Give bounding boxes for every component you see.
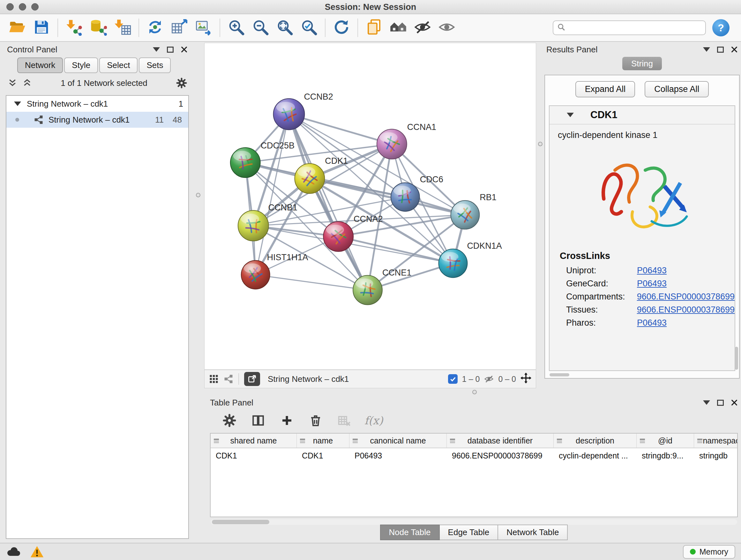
cloud-icon[interactable] <box>6 546 21 557</box>
network-from-selection-button[interactable] <box>143 17 167 39</box>
column-header[interactable]: namespace <box>694 434 738 448</box>
table-options-button[interactable] <box>221 412 238 429</box>
table-row[interactable]: CDK1 CDK1 P06493 9606.ENSP00000378699 cy… <box>211 448 738 463</box>
table-horizontal-scrollbar[interactable] <box>211 519 737 525</box>
zoom-selected-button[interactable] <box>297 17 321 39</box>
network-canvas[interactable]: CCNB2CCNA1CDC25BCDK1CDC6RB1CCNB1CCNA2CDK… <box>204 43 536 370</box>
tab-string[interactable]: String <box>622 57 662 70</box>
tab-select[interactable]: Select <box>99 57 138 73</box>
scrollbar-thumb[interactable] <box>212 520 269 524</box>
network-node-CCNB2[interactable] <box>273 99 305 130</box>
float-panel-icon[interactable] <box>717 400 724 406</box>
crosslink-link[interactable]: P06493 <box>637 266 667 275</box>
network-node-CDC6[interactable] <box>391 183 420 211</box>
tab-node-table[interactable]: Node Table <box>380 524 440 540</box>
zoom-out-button[interactable] <box>248 17 273 39</box>
import-network-database-button[interactable] <box>86 17 111 39</box>
memory-button[interactable]: Memory <box>683 545 735 559</box>
hide-graphics-details-button[interactable] <box>410 17 434 39</box>
panel-menu-icon[interactable] <box>703 400 710 405</box>
save-session-button[interactable] <box>29 17 54 39</box>
collapse-all-button[interactable]: Collapse All <box>645 81 709 98</box>
selected-checkbox-icon[interactable] <box>448 374 458 384</box>
network-node-CDC25B[interactable] <box>230 147 260 178</box>
export-image-button[interactable] <box>192 17 216 39</box>
bottom-splitter-handle[interactable] <box>472 390 477 394</box>
horizontal-scrollbar-thumb[interactable] <box>549 373 569 376</box>
table-cell[interactable]: CDK1 <box>297 451 349 460</box>
network-node-CCNA2[interactable] <box>323 222 353 252</box>
float-panel-icon[interactable] <box>717 47 724 53</box>
table-cell[interactable]: 9606.ENSP00000378699 <box>447 451 554 460</box>
panel-menu-icon[interactable] <box>703 47 710 52</box>
create-column-button[interactable] <box>278 412 295 429</box>
close-window-button[interactable] <box>6 3 14 10</box>
column-header[interactable]: name <box>297 434 349 448</box>
right-splitter-handle[interactable] <box>538 142 542 146</box>
gear-icon[interactable] <box>176 78 187 88</box>
tab-edge-table[interactable]: Edge Table <box>440 524 498 540</box>
network-share-icon[interactable] <box>224 374 233 384</box>
float-panel-icon[interactable] <box>167 47 174 53</box>
zoom-fit-button[interactable] <box>273 17 297 39</box>
panel-menu-icon[interactable] <box>153 47 160 52</box>
close-panel-icon[interactable] <box>731 46 738 53</box>
column-header[interactable]: description <box>554 434 636 448</box>
network-node-RB1[interactable] <box>451 200 480 229</box>
import-network-file-button[interactable] <box>62 17 86 39</box>
column-header[interactable]: canonical name <box>349 434 447 448</box>
left-splitter-handle[interactable] <box>196 193 200 197</box>
fit-crosshair-icon[interactable] <box>521 373 531 385</box>
network-node-CCNB1[interactable] <box>238 210 269 241</box>
table-cell[interactable]: cyclin-dependent ... <box>554 451 636 460</box>
tab-sets[interactable]: Sets <box>139 57 171 73</box>
copy-button[interactable] <box>362 17 386 39</box>
apply-layout-button[interactable] <box>329 17 354 39</box>
tab-style[interactable]: Style <box>64 57 98 73</box>
maximize-window-button[interactable] <box>31 3 39 10</box>
network-graph[interactable]: CCNB2CCNA1CDC25BCDK1CDC6RB1CCNB1CCNA2CDK… <box>205 43 536 369</box>
show-graphics-details-button[interactable] <box>434 17 459 39</box>
crosslink-link[interactable]: P06493 <box>637 318 667 328</box>
import-table-file-button[interactable] <box>111 17 135 39</box>
crosslink-link[interactable]: 9606.ENSP00000378699 <box>637 292 735 302</box>
table-cell[interactable]: stringdb:9... <box>636 451 694 460</box>
expand-all-tree-icon[interactable] <box>8 78 17 88</box>
collapse-all-tree-icon[interactable] <box>22 78 32 88</box>
tab-network[interactable]: Network <box>17 57 63 73</box>
network-node-CCNE1[interactable] <box>353 275 382 305</box>
search-input[interactable] <box>569 23 701 33</box>
table-cell[interactable]: CDK1 <box>211 451 297 460</box>
network-row[interactable]: String Network – cdk1 11 48 <box>6 112 188 128</box>
show-columns-button[interactable] <box>250 412 267 429</box>
network-from-table-button[interactable] <box>167 17 192 39</box>
birds-eye-view-icon[interactable] <box>209 374 219 384</box>
open-session-button[interactable] <box>5 17 29 39</box>
column-header[interactable]: @id <box>636 434 694 448</box>
close-panel-icon[interactable] <box>181 46 188 53</box>
crosslink-link[interactable]: P06493 <box>637 279 667 289</box>
tab-network-table[interactable]: Network Table <box>498 524 568 540</box>
network-node-CDKN1A[interactable] <box>439 249 468 278</box>
column-header[interactable]: database identifier <box>447 434 554 448</box>
table-cell[interactable]: stringdb <box>694 451 738 460</box>
minimize-window-button[interactable] <box>19 3 26 10</box>
table-cell[interactable]: P06493 <box>349 451 447 460</box>
hidden-eye-slash-icon[interactable] <box>484 374 494 384</box>
network-node-CDK1[interactable] <box>294 164 325 193</box>
expand-all-button[interactable]: Expand All <box>576 81 635 98</box>
genemania-button[interactable] <box>386 17 410 39</box>
vertical-scrollbar-thumb[interactable] <box>735 347 738 370</box>
delete-column-button[interactable] <box>307 412 324 429</box>
network-collection-row[interactable]: String Network – cdk1 1 <box>6 96 188 112</box>
tree-expand-icon[interactable] <box>14 102 21 106</box>
column-header[interactable]: shared name <box>211 434 297 448</box>
warning-icon[interactable] <box>30 545 44 558</box>
close-panel-icon[interactable] <box>731 399 738 406</box>
network-node-CCNA1[interactable] <box>377 129 407 159</box>
detach-view-button[interactable] <box>244 372 260 386</box>
protein-entry-header[interactable]: CDK1 <box>549 106 735 125</box>
zoom-in-button[interactable] <box>224 17 248 39</box>
crosslink-link[interactable]: 9606.ENSP00000378699 <box>637 305 735 315</box>
network-node-HIST1H1A[interactable] <box>241 260 270 289</box>
